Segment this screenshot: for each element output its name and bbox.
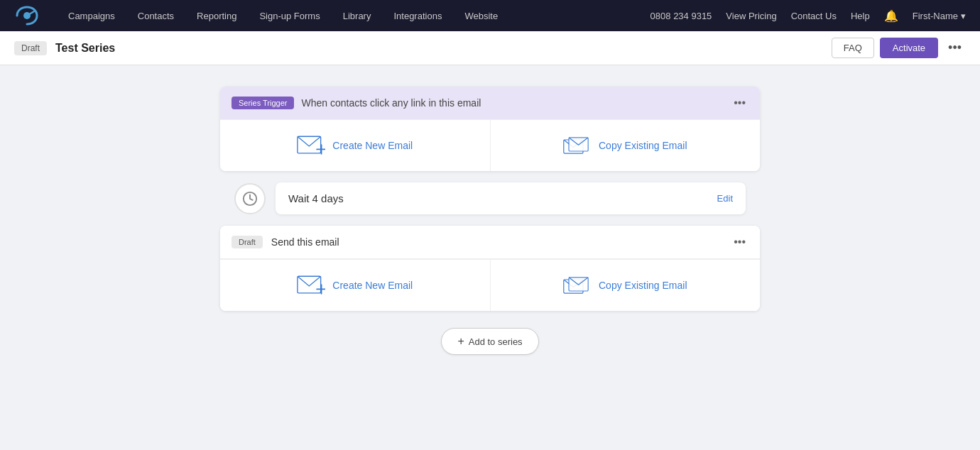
series-trigger-badge: Series Trigger <box>232 97 294 109</box>
nav-right: 0808 234 9315 View Pricing Contact Us He… <box>650 9 966 23</box>
nav-campaigns[interactable]: Campaigns <box>57 0 126 31</box>
send-draft-badge: Draft <box>232 236 263 248</box>
dots-icon: ••• <box>734 97 746 109</box>
contact-us-link[interactable]: Contact Us <box>791 11 837 21</box>
user-name: First-Name <box>913 11 958 21</box>
copy-email-icon <box>563 136 592 155</box>
send-create-email-label: Create New Email <box>332 280 413 291</box>
nav-phone: 0808 234 9315 <box>650 11 712 21</box>
trigger-more-button[interactable]: ••• <box>731 95 748 111</box>
send-header-left: Draft Send this email <box>232 236 339 248</box>
nav-library[interactable]: Library <box>332 0 383 31</box>
wait-edit-link[interactable]: Edit <box>717 193 733 204</box>
wait-clock-circle <box>234 183 266 214</box>
view-pricing-link[interactable]: View Pricing <box>726 11 776 21</box>
send-header: Draft Send this email ••• <box>220 226 760 259</box>
logo[interactable] <box>14 6 40 26</box>
wait-content: Wait 4 days Edit <box>276 182 746 214</box>
clock-icon <box>242 191 258 207</box>
series-title: Test Series <box>55 42 115 55</box>
send-copy-email-button[interactable]: Copy Existing Email <box>490 260 761 311</box>
plus-icon: + <box>457 335 464 348</box>
create-email-icon <box>297 136 325 155</box>
send-dots-icon: ••• <box>734 236 746 248</box>
wait-block: Wait 4 days Edit <box>220 171 760 226</box>
draft-badge: Draft <box>14 41 47 55</box>
trigger-header: Series Trigger When contacts click any l… <box>220 87 760 119</box>
add-series-label: Add to series <box>469 336 523 347</box>
send-description: Send this email <box>271 236 339 248</box>
send-email-options: Create New Email Copy Existing Email <box>220 259 760 311</box>
activate-button[interactable]: Activate <box>880 38 938 58</box>
send-create-email-icon <box>297 275 325 295</box>
more-options-button[interactable]: ••• <box>944 38 966 58</box>
faq-button[interactable]: FAQ <box>832 38 874 58</box>
trigger-create-email-button[interactable]: Create New Email <box>220 120 490 171</box>
main-content: Series Trigger When contacts click any l… <box>0 65 980 376</box>
top-navigation: Campaigns Contacts Reporting Sign-up For… <box>0 0 980 31</box>
help-link[interactable]: Help <box>851 11 870 21</box>
nav-reporting[interactable]: Reporting <box>185 0 248 31</box>
trigger-copy-email-label: Copy Existing Email <box>599 140 687 151</box>
trigger-header-left: Series Trigger When contacts click any l… <box>232 97 481 109</box>
send-copy-email-label: Copy Existing Email <box>599 280 687 291</box>
trigger-copy-email-button[interactable]: Copy Existing Email <box>490 120 761 171</box>
nav-signup-forms[interactable]: Sign-up Forms <box>248 0 331 31</box>
trigger-create-email-label: Create New Email <box>332 140 413 151</box>
send-more-button[interactable]: ••• <box>731 234 748 250</box>
notifications-icon[interactable]: 🔔 <box>884 9 898 23</box>
wait-text: Wait 4 days <box>288 192 344 204</box>
sub-header: Draft Test Series FAQ Activate ••• <box>0 31 980 65</box>
trigger-description: When contacts click any link in this ema… <box>301 97 481 109</box>
send-block: Draft Send this email ••• Create New Ema… <box>220 226 760 311</box>
trigger-block: Series Trigger When contacts click any l… <box>220 87 760 171</box>
nav-links: Campaigns Contacts Reporting Sign-up For… <box>57 0 650 31</box>
user-menu[interactable]: First-Name ▾ <box>913 11 966 21</box>
add-to-series-button[interactable]: + Add to series <box>441 328 538 355</box>
sub-header-actions: FAQ Activate ••• <box>832 38 966 58</box>
nav-integrations[interactable]: Integrations <box>382 0 453 31</box>
send-copy-email-icon <box>563 275 592 295</box>
ellipsis-icon: ••• <box>948 40 962 55</box>
nav-contacts[interactable]: Contacts <box>126 0 185 31</box>
trigger-email-options: Create New Email Copy Existing Email <box>220 119 760 171</box>
nav-website[interactable]: Website <box>453 0 509 31</box>
chevron-down-icon: ▾ <box>961 11 966 21</box>
send-create-email-button[interactable]: Create New Email <box>220 260 490 311</box>
